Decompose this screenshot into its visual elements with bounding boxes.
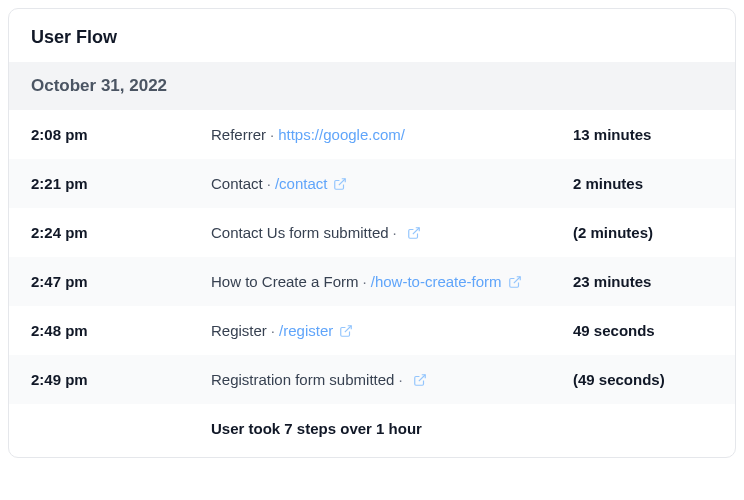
flow-row: 2:08 pmReferrer·https://google.com/13 mi… <box>9 110 735 159</box>
rows-container: 2:08 pmReferrer·https://google.com/13 mi… <box>9 110 735 404</box>
row-label: Registration form submitted <box>211 371 394 388</box>
row-duration: 2 minutes <box>573 175 713 192</box>
row-link[interactable]: /how-to-create-form <box>371 273 502 290</box>
row-time: 2:21 pm <box>31 175 211 192</box>
card-title: User Flow <box>9 9 735 62</box>
svg-line-4 <box>418 374 424 380</box>
external-link-icon[interactable] <box>333 177 347 191</box>
row-label: How to Create a Form <box>211 273 359 290</box>
flow-row: 2:48 pmRegister·/register49 seconds <box>9 306 735 355</box>
row-duration: 23 minutes <box>573 273 713 290</box>
date-header: October 31, 2022 <box>9 62 735 110</box>
flow-row: 2:24 pmContact Us form submitted·(2 minu… <box>9 208 735 257</box>
separator: · <box>398 371 402 388</box>
svg-line-1 <box>413 227 419 233</box>
row-label: Contact <box>211 175 263 192</box>
row-label: Register <box>211 322 267 339</box>
svg-line-3 <box>345 325 351 331</box>
row-link[interactable]: /register <box>279 322 333 339</box>
flow-row: 2:47 pmHow to Create a Form·/how-to-crea… <box>9 257 735 306</box>
external-link-icon[interactable] <box>508 275 522 289</box>
row-description: Registration form submitted· <box>211 371 573 388</box>
row-time: 2:48 pm <box>31 322 211 339</box>
external-link-icon[interactable] <box>407 226 421 240</box>
summary-text: User took 7 steps over 1 hour <box>211 420 422 437</box>
row-label: Referrer <box>211 126 266 143</box>
flow-row: 2:21 pmContact·/contact2 minutes <box>9 159 735 208</box>
svg-line-2 <box>513 276 519 282</box>
row-time: 2:08 pm <box>31 126 211 143</box>
row-duration: 13 minutes <box>573 126 713 143</box>
row-duration: 49 seconds <box>573 322 713 339</box>
row-duration: (49 seconds) <box>573 371 713 388</box>
summary-row: User took 7 steps over 1 hour <box>9 404 735 457</box>
row-time: 2:47 pm <box>31 273 211 290</box>
row-description: Referrer·https://google.com/ <box>211 126 573 143</box>
row-description: How to Create a Form·/how-to-create-form <box>211 273 573 290</box>
flow-row: 2:49 pmRegistration form submitted·(49 s… <box>9 355 735 404</box>
row-time: 2:49 pm <box>31 371 211 388</box>
row-description: Register·/register <box>211 322 573 339</box>
row-description: Contact Us form submitted· <box>211 224 573 241</box>
svg-line-0 <box>339 178 345 184</box>
row-description: Contact·/contact <box>211 175 573 192</box>
external-link-icon[interactable] <box>413 373 427 387</box>
separator: · <box>363 273 367 290</box>
external-link-icon[interactable] <box>339 324 353 338</box>
row-link[interactable]: https://google.com/ <box>278 126 405 143</box>
separator: · <box>393 224 397 241</box>
user-flow-card: User Flow October 31, 2022 2:08 pmReferr… <box>8 8 736 458</box>
separator: · <box>271 322 275 339</box>
row-link[interactable]: /contact <box>275 175 328 192</box>
row-duration: (2 minutes) <box>573 224 713 241</box>
row-time: 2:24 pm <box>31 224 211 241</box>
summary-spacer <box>31 420 211 437</box>
separator: · <box>267 175 271 192</box>
separator: · <box>270 126 274 143</box>
row-label: Contact Us form submitted <box>211 224 389 241</box>
